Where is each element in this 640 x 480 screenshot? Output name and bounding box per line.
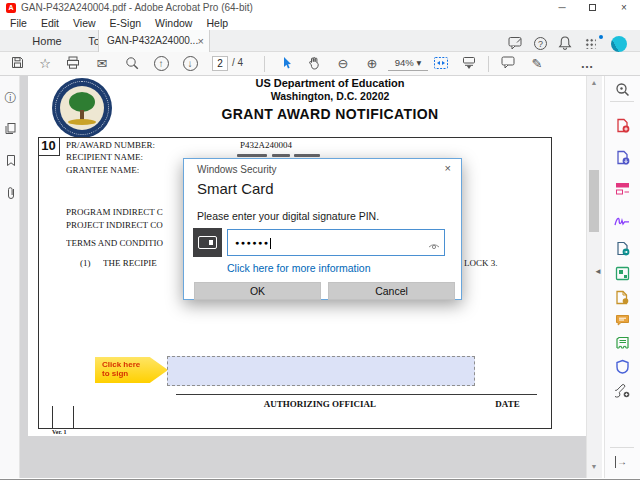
next-page-icon[interactable]: ↓ <box>181 56 199 72</box>
reveal-password-eye-icon[interactable] <box>428 238 440 256</box>
seal-ground <box>68 119 96 125</box>
pin-masked-value: ●●●●●● <box>235 239 269 246</box>
field-value-award-number: P432A240004 <box>240 140 292 150</box>
page-thumbnails-icon[interactable] <box>3 122 18 137</box>
grid-notification-dot <box>599 35 603 39</box>
field-label-grantee-name: GRANTEE NAME: <box>66 165 139 175</box>
organize-pages-icon[interactable] <box>614 290 630 306</box>
menu-file[interactable]: File <box>3 16 34 30</box>
toolbar-separator <box>264 56 265 72</box>
page-info-icon[interactable]: ⓘ <box>3 90 18 105</box>
date-line <box>478 394 537 395</box>
more-tools-ellipsis[interactable]: … <box>578 56 596 72</box>
fill-and-sign-icon[interactable] <box>614 213 630 229</box>
scrollbar-thumb[interactable] <box>589 170 599 232</box>
menu-help[interactable]: Help <box>199 16 235 30</box>
menu-window[interactable]: Window <box>148 16 199 30</box>
comments-icon[interactable] <box>614 313 630 329</box>
block-number: 10 <box>38 137 60 156</box>
department-of-education-seal <box>52 78 112 138</box>
page-number-input[interactable]: 2 <box>212 56 228 71</box>
scan-and-ocr-icon[interactable] <box>614 336 630 352</box>
menu-edit[interactable]: Edit <box>34 16 66 30</box>
menu-esign[interactable]: E-Sign <box>103 16 149 30</box>
select-tool-icon[interactable] <box>278 56 296 72</box>
request-signatures-icon[interactable] <box>614 241 630 257</box>
expand-panel-icon[interactable]: → <box>615 456 627 468</box>
page-total-label: / 4 <box>232 57 243 68</box>
collapse-panel-icon[interactable]: ◄ <box>594 267 602 276</box>
version-label: Ver. 1 <box>52 429 67 435</box>
menu-bar: File Edit View E-Sign Window Help <box>0 16 640 30</box>
maximize-icon <box>589 4 596 11</box>
menu-view[interactable]: View <box>66 16 103 30</box>
edit-pdf-icon[interactable] <box>614 181 630 197</box>
ok-button[interactable]: OK <box>194 282 321 300</box>
field-label-award-number: PR/AWARD NUMBER: <box>66 140 155 150</box>
account-avatar[interactable] <box>611 36 627 52</box>
favorites-star-icon[interactable]: ☆ <box>36 56 54 72</box>
pin-input[interactable]: ●●●●●● <box>227 229 445 256</box>
term-item-text-left: THE RECIPIE <box>103 258 183 268</box>
create-pdf-icon[interactable] <box>614 118 630 134</box>
question-mark-icon: ? <box>534 37 547 50</box>
signature-field[interactable] <box>167 356 475 386</box>
panel-separator <box>610 447 634 448</box>
avatar-circle <box>611 36 627 52</box>
field-label-recipient-name: RECIPIENT NAME: <box>66 152 143 162</box>
obscured-text <box>237 154 267 157</box>
notifications-bell-icon[interactable] <box>558 36 574 52</box>
protect-shield-icon[interactable] <box>614 359 630 375</box>
obscured-text <box>294 154 320 157</box>
more-information-link[interactable]: Click here for more information <box>227 262 371 274</box>
attachments-paperclip-icon[interactable] <box>3 186 18 201</box>
text-caret <box>270 238 271 249</box>
authorizing-official-label: AUTHORIZING OFFICIAL <box>170 399 470 409</box>
dialog-title: Windows Security <box>197 164 276 175</box>
agency-name: US Department of Education <box>160 77 500 89</box>
zoom-out-icon[interactable]: ⊖ <box>334 56 352 72</box>
comment-icon[interactable] <box>499 56 517 72</box>
acrobat-window: A GAN-P432A240004.pdf - Adobe Acrobat Pr… <box>0 0 640 480</box>
tab-document[interactable]: GAN-P432A24000... × <box>98 30 210 52</box>
dialog-close-icon[interactable]: × <box>445 162 451 174</box>
apps-grid-icon[interactable] <box>585 36 601 52</box>
help-icon[interactable]: ? <box>534 36 550 52</box>
agency-address: Washington, D.C. 20202 <box>160 90 500 102</box>
tab-home[interactable]: Home <box>18 30 76 52</box>
close-button[interactable]: × <box>608 0 640 16</box>
signature-line <box>176 394 490 395</box>
previous-page-icon[interactable]: ↑ <box>152 56 170 72</box>
cancel-button[interactable]: Cancel <box>328 282 455 300</box>
save-icon[interactable] <box>8 56 26 72</box>
export-pdf-icon[interactable] <box>614 150 630 166</box>
vertical-scrollbar[interactable] <box>586 76 602 478</box>
search-icon[interactable] <box>123 56 141 72</box>
arrow-up-icon: ↑ <box>154 56 169 71</box>
zoom-level-select[interactable]: 94% ▾ <box>388 56 428 71</box>
form-cell-divider <box>73 406 74 429</box>
tab-close-icon[interactable]: × <box>198 30 204 52</box>
maximize-button[interactable] <box>578 0 606 16</box>
obscured-text <box>272 154 290 157</box>
more-tools-wrench-icon[interactable] <box>614 383 630 399</box>
scroll-up-icon[interactable]: ▲ <box>588 79 600 86</box>
highlight-pen-icon[interactable]: ✎ <box>528 56 546 72</box>
zoom-in-icon[interactable]: ⊕ <box>363 56 381 72</box>
page-scrolling-icon[interactable] <box>460 56 478 72</box>
print-icon[interactable] <box>64 56 82 72</box>
email-icon[interactable]: ✉ <box>93 56 111 72</box>
search-tools-icon[interactable] <box>614 82 630 98</box>
hand-tool-icon[interactable] <box>305 56 323 72</box>
grid-dots <box>585 38 596 49</box>
minimize-button[interactable]: ─ <box>548 0 576 16</box>
term-item-number: (1) <box>80 258 91 268</box>
fit-width-icon[interactable] <box>432 56 450 72</box>
bookmarks-icon[interactable] <box>3 154 18 169</box>
acrobat-logo-icon: A <box>6 3 16 13</box>
combine-files-icon[interactable] <box>614 266 630 282</box>
feedback-icon[interactable] <box>508 36 524 52</box>
term-item-text-right: LOCK 3. <box>464 258 498 268</box>
scroll-down-icon[interactable]: ▼ <box>588 463 600 470</box>
panel-separator <box>610 101 634 102</box>
